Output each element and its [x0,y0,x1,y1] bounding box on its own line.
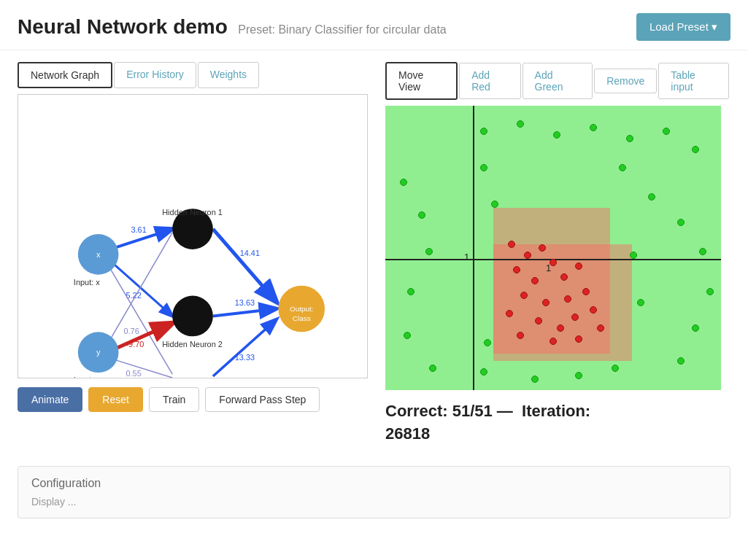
dot-red [571,314,579,321]
dot-red [575,262,582,270]
dot-green [484,339,491,346]
animate-button[interactable]: Animate [18,387,82,412]
dot-green [677,357,685,365]
svg-text:-9.70: -9.70 [126,340,144,349]
svg-text:Hidden Neuron 1: Hidden Neuron 1 [162,208,223,217]
dot-green [590,124,597,131]
app-title: Neural Network demo [18,15,228,38]
dot-red [597,324,604,332]
tab-add-red[interactable]: Add Red [459,63,520,99]
dot-green [404,332,411,339]
stats-display: Correct: 51/51 — Iteration: 26818 [385,400,730,446]
title-area: Neural Network demo Preset: Binary Class… [18,15,447,39]
dot-green [553,131,560,139]
network-svg: 3.61 5.22 0.76 -9.70 0.55 14.41 [18,95,367,378]
dot-green [692,146,699,153]
dot-red [539,244,546,252]
dot-green [418,211,425,219]
right-tab-bar: Move View Add Red Add Green Remove Table… [385,62,730,100]
tab-table-input[interactable]: Table input [658,63,729,99]
dot-red [517,332,524,339]
svg-text:y: y [96,348,101,357]
dot-green [677,219,685,226]
main-content: Network Graph Error History Weights 3.61… [0,50,748,457]
svg-text:x: x [96,250,101,259]
load-preset-button[interactable]: Load Preset ▾ [636,13,730,41]
svg-text:0.55: 0.55 [126,369,141,378]
dot-green [692,324,699,332]
tab-remove[interactable]: Remove [594,69,657,93]
dot-red [513,266,520,273]
correct-count: 51/51 [452,402,493,420]
left-tab-bar: Network Graph Error History Weights [18,62,368,88]
dot-green [575,372,582,379]
dot-green [626,135,633,142]
tab-weights[interactable]: Weights [198,62,259,88]
dot-red [590,306,597,314]
tab-error-history[interactable]: Error History [114,62,196,88]
left-panel: Network Graph Error History Weights 3.61… [18,62,368,446]
svg-text:14.41: 14.41 [240,249,260,257]
axis-label-y: 1 [464,252,469,262]
dot-green [619,164,626,171]
dot-red [524,252,531,259]
config-content-placeholder: Display ... [31,496,717,508]
svg-line-2 [107,258,173,316]
tab-add-green[interactable]: Add Green [523,63,593,99]
dot-red [506,310,513,317]
train-button[interactable]: Train [149,387,199,412]
dot-red [560,273,568,281]
dot-red [557,324,564,332]
controls-bar: Animate Reset Train Forward Pass Step [18,387,368,412]
config-section: Configuration Display ... [18,466,730,518]
dot-red [535,317,542,324]
svg-point-25 [172,296,213,337]
svg-text:13.33: 13.33 [235,353,255,362]
reset-button[interactable]: Reset [88,387,143,412]
iteration-count: 26818 [385,424,430,443]
dot-green [663,128,670,135]
svg-text:3.61: 3.61 [131,225,146,234]
dot-red [550,338,557,345]
dot-green [400,179,407,186]
dot-green [425,248,433,255]
dot-green [637,299,644,306]
dot-green [407,288,415,295]
axis-vertical [473,106,474,390]
svg-text:Input: x: Input: x [74,278,100,287]
scatter-plot: 1 1 [385,106,721,390]
dot-red [582,288,590,295]
dot-red [550,259,557,266]
svg-text:Output:: Output: [290,305,314,313]
dot-red [520,292,528,299]
dot-green [517,120,524,128]
svg-line-13 [213,308,277,316]
dot-green [480,128,487,135]
dot-green [480,368,487,376]
network-graph-container: 3.61 5.22 0.76 -9.70 0.55 14.41 [18,94,368,378]
dot-green [491,201,498,208]
config-title: Configuration [31,477,717,490]
dot-green [706,288,714,295]
header: Neural Network demo Preset: Binary Class… [0,0,748,50]
forward-pass-step-button[interactable]: Forward Pass Step [205,387,320,412]
dot-red [531,277,539,284]
preset-label: Preset: Binary Classifier for circular d… [238,23,446,36]
svg-text:Class: Class [293,314,311,322]
tab-network-graph[interactable]: Network Graph [18,62,112,88]
dot-green [531,376,539,383]
svg-text:Hidden Neuron 2: Hidden Neuron 2 [162,340,223,349]
svg-line-11 [213,229,277,301]
dot-green [480,164,487,171]
dot-red [508,241,515,248]
dot-green [612,365,619,372]
dot-red [575,335,582,343]
svg-text:13.63: 13.63 [235,298,255,307]
red-region-ext [493,244,632,361]
tab-move-view[interactable]: Move View [385,62,458,100]
right-panel: Move View Add Red Add Green Remove Table… [385,62,730,446]
dot-green [648,193,655,201]
dot-red [542,299,550,306]
svg-text:Input: y: Input: y [74,376,100,378]
dot-green [429,365,436,372]
